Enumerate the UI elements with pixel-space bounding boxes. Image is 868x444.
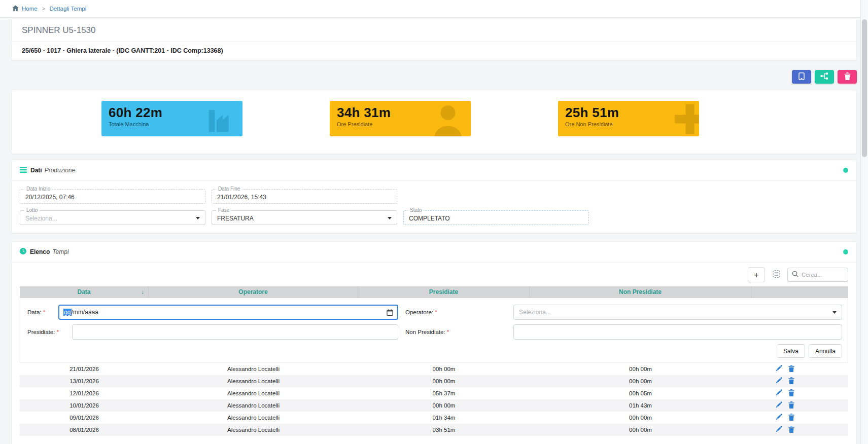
save-button[interactable]: Salva — [777, 344, 805, 358]
page-title: SPINNER U5-1530 — [12, 19, 856, 41]
scrollbar-thumb[interactable] — [862, 19, 867, 157]
row-presidiate: 03h 51m — [358, 427, 530, 433]
non-presidiate-input[interactable] — [513, 324, 842, 340]
trash-row-icon — [788, 365, 794, 374]
row-date: 12/01/2026 — [20, 390, 149, 396]
field-value: FRESATURA — [217, 215, 254, 222]
table-row: 10/01/2026 Alessandro Locatelli 00h 00m … — [20, 399, 848, 412]
column-header-presidiate[interactable]: Presidiate — [358, 286, 530, 298]
edit-row-button[interactable] — [776, 426, 782, 434]
data-inizio-field: Data Inizio 20/12/2025, 07:46 — [20, 189, 205, 204]
date-day-segment[interactable]: gg — [63, 309, 71, 316]
date-input[interactable]: gg/mm/aaaa — [58, 305, 398, 320]
list-icon — [20, 166, 27, 175]
tablet-icon — [797, 72, 806, 82]
field-label: Stato — [408, 207, 424, 213]
tablet-button[interactable] — [792, 70, 811, 84]
row-non-presidiate: 00h 05m — [530, 390, 751, 396]
row-non-presidiate: 00h 00m — [530, 378, 751, 384]
delete-row-button[interactable] — [788, 365, 794, 374]
section-subtitle: Tempi — [52, 248, 68, 255]
row-non-presidiate: 01h 43m — [530, 402, 751, 409]
page-subtitle: 25/650 - 1017 - Ghiera laterale - (IDC G… — [12, 42, 856, 60]
row-operator: Alessandro Locatelli — [149, 378, 358, 384]
cancel-button[interactable]: Annulla — [809, 344, 842, 358]
delete-row-button[interactable] — [788, 414, 794, 422]
lotto-select[interactable]: Lotto Seleziona... — [20, 210, 205, 225]
delete-row-button[interactable] — [788, 389, 794, 398]
row-operator: Alessandro Locatelli — [149, 427, 358, 433]
field-value: 20/12/2025, 07:46 — [25, 194, 75, 201]
status-dot — [843, 249, 848, 254]
breadcrumb-current-link[interactable]: Dettagli Tempi — [50, 6, 87, 12]
page-actions — [11, 70, 857, 84]
edit-row-button[interactable] — [776, 414, 782, 422]
trash-row-icon — [788, 414, 794, 422]
column-header-operatore[interactable]: Operatore — [149, 286, 358, 298]
edit-row-button[interactable] — [776, 365, 782, 373]
trash-row-icon — [788, 426, 794, 434]
table-row: 09/01/2026 Alessandro Locatelli 01h 34m … — [20, 412, 848, 424]
presidiate-input[interactable] — [72, 324, 398, 340]
stat-card-ore-non-presidiate: 25h 51m Ore Non Presidiate — [558, 101, 699, 136]
vertical-scrollbar[interactable] — [860, 0, 868, 444]
stat-card-totale-macchina: 60h 22m Totale Macchina — [101, 101, 242, 136]
breadcrumb-separator: > — [42, 6, 45, 12]
column-header-non-presidiate[interactable]: Non Presidiate — [530, 286, 751, 298]
table-row: 13/01/2026 Alessandro Locatelli 00h 00m … — [20, 375, 848, 387]
row-date: 21/01/2026 — [20, 366, 149, 372]
sort-descending-icon[interactable]: ↓ — [141, 286, 144, 298]
field-label: Data Inizio — [24, 186, 52, 192]
stato-field: Stato COMPLETATO — [403, 210, 589, 225]
row-operator: Alessandro Locatelli — [149, 402, 358, 409]
table-row: 12/01/2026 Alessandro Locatelli 05h 37m … — [20, 387, 848, 399]
trash-row-icon — [788, 401, 794, 410]
row-operator: Alessandro Locatelli — [149, 366, 358, 372]
delete-row-button[interactable] — [788, 377, 794, 386]
row-presidiate: 00h 00m — [358, 402, 530, 409]
add-time-button[interactable]: + — [748, 267, 765, 282]
status-dot — [843, 168, 848, 173]
breadcrumb-home-link[interactable]: Home — [12, 5, 38, 12]
production-header: Dati Produzione — [12, 160, 856, 180]
row-date: 10/01/2026 — [20, 402, 149, 409]
section-title: Dati — [30, 167, 42, 174]
time-edit-form: Data: * gg/mm/aaaa Operatore: * Selezion… — [20, 298, 848, 363]
delete-button[interactable] — [838, 70, 857, 84]
delete-row-button[interactable] — [788, 401, 794, 410]
title-panel: SPINNER U5-1530 25/650 - 1017 - Ghiera l… — [11, 19, 857, 60]
table-row: 21/01/2026 Alessandro Locatelli 00h 00m … — [20, 363, 848, 375]
data-fine-field: Data Fine 21/01/2026, 15:43 — [212, 189, 397, 204]
search-icon — [792, 270, 798, 279]
presidiate-field-label: Presidiate: * — [20, 329, 59, 335]
date-rest-segment[interactable]: /mm/aaaa — [72, 309, 98, 316]
times-table-body: 21/01/2026 Alessandro Locatelli 00h 00m … — [20, 363, 848, 436]
field-label: Fase — [216, 207, 231, 213]
column-header-data[interactable]: Data ↓ — [20, 286, 149, 298]
fase-select[interactable]: Fase FRESATURA — [212, 210, 397, 225]
export-button[interactable] — [769, 268, 783, 282]
breadcrumb-home-label: Home — [22, 6, 38, 12]
chevron-down-icon — [388, 217, 392, 219]
calendar-icon[interactable] — [387, 309, 393, 317]
times-table-header: Data ↓ Operatore Presidiate Non Presidia… — [20, 286, 848, 298]
table-row: 08/01/2026 Alessandro Locatelli 03h 51m … — [20, 424, 848, 436]
field-label: Lotto — [24, 207, 40, 213]
row-presidiate: 00h 00m — [358, 366, 530, 372]
edit-row-button[interactable] — [776, 389, 782, 397]
stats-panel: 60h 22m Totale Macchina 34h 31m Ore Pres… — [11, 90, 857, 154]
edit-row-button[interactable] — [776, 377, 782, 385]
row-non-presidiate: 00h 00m — [530, 415, 751, 421]
row-presidiate: 05h 37m — [358, 390, 530, 396]
trash-row-icon — [788, 389, 794, 398]
search-input[interactable] — [802, 272, 844, 278]
edit-row-button[interactable] — [776, 401, 782, 410]
row-presidiate: 00h 00m — [358, 378, 530, 384]
field-value: 21/01/2026, 15:43 — [217, 194, 266, 201]
operatore-select[interactable]: Seleziona... — [513, 305, 842, 320]
stat-card-ore-presidiate: 34h 31m Ore Presidiate — [330, 101, 471, 136]
share-button[interactable] — [815, 70, 834, 84]
times-toolbar: + — [12, 263, 856, 286]
trash-row-icon — [788, 377, 794, 386]
delete-row-button[interactable] — [788, 426, 794, 434]
